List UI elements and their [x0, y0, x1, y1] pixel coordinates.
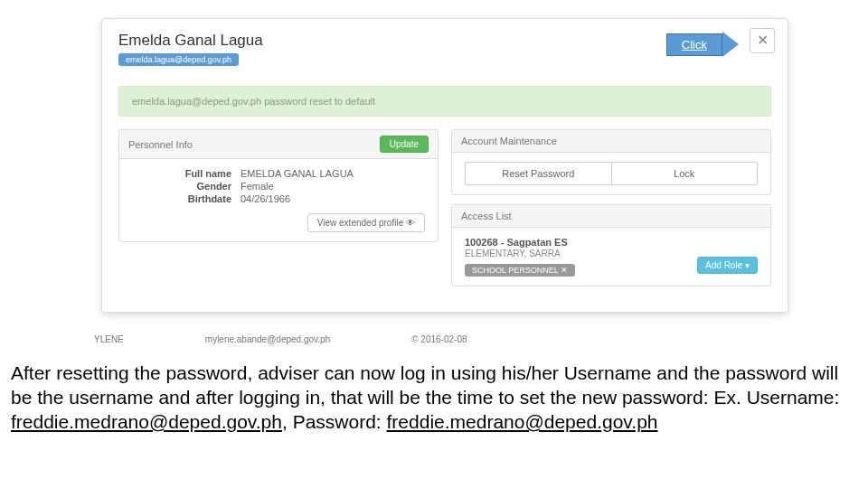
info-row-birthdate: Birthdate 04/26/1966 — [132, 193, 425, 204]
background-row: YLENE mylene.abande@deped.gov.ph © 2016-… — [94, 334, 467, 344]
user-email-badge: emelda.lagua@deped.gov.ph — [118, 53, 239, 66]
add-role-button[interactable]: Add Role ▾ — [697, 257, 758, 274]
panel-title: Access List — [461, 211, 512, 221]
panel-title: Account Maintenance — [461, 136, 557, 146]
info-row-fullname: Full name EMELDA GANAL LAGUA — [132, 168, 425, 179]
arrow-icon — [722, 32, 739, 57]
instruction-text: After resetting the password, adviser ca… — [11, 361, 857, 435]
role-tag[interactable]: SCHOOL PERSONNEL ✕ — [465, 264, 575, 277]
user-modal: Emelda Ganal Lagua emelda.lagua@deped.go… — [101, 18, 788, 313]
click-label: Click — [666, 33, 722, 56]
info-row-gender: Gender Female — [132, 181, 425, 192]
account-maintenance-panel: Account Maintenance Reset Password Lock — [451, 129, 771, 195]
personnel-info-panel: Personnel Info Update Full name EMELDA G… — [118, 129, 439, 242]
close-button[interactable]: ✕ — [750, 28, 775, 53]
access-list-panel: Access List 100268 - Sagpatan ES ELEMENT… — [451, 204, 771, 286]
view-extended-profile-button[interactable]: View extended profile 👁 — [307, 213, 425, 232]
modal-header: Emelda Ganal Lagua emelda.lagua@deped.go… — [118, 32, 771, 66]
reset-password-button[interactable]: Reset Password — [465, 162, 611, 185]
update-button[interactable]: Update — [380, 136, 429, 153]
alert-success: emelda.lagua@deped.gov.ph password reset… — [118, 86, 771, 117]
panel-title: Personnel Info — [128, 139, 193, 150]
access-item-title: 100268 - Sagpatan ES — [465, 237, 758, 248]
lock-button[interactable]: Lock — [611, 162, 759, 185]
click-callout: Click — [666, 32, 739, 57]
